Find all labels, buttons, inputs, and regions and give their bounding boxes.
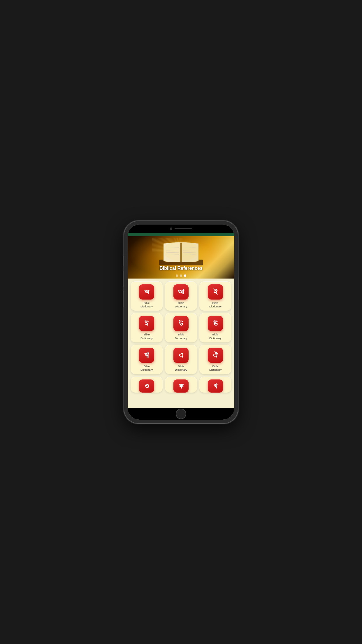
home-indicator (128, 408, 234, 420)
item-label-7: BibleDictionary (140, 365, 153, 372)
item-label-1: BibleDictionary (140, 301, 153, 309)
letter-icon-e: এ (173, 348, 189, 363)
banner-title: Biblical References (155, 263, 207, 273)
letter-icon-kh: খ (208, 379, 223, 393)
app-screen: Biblical References অ BibleDictionary আ (128, 225, 234, 420)
list-item[interactable]: খ (199, 377, 231, 393)
letter-icon-ii: ঈ (139, 316, 154, 331)
carousel-dot-2[interactable] (180, 274, 182, 277)
camera-icon (170, 228, 172, 230)
list-item[interactable]: ঐ BibleDictionary (199, 345, 231, 374)
list-item[interactable]: ও (131, 377, 163, 393)
list-item[interactable]: অ BibleDictionary (131, 281, 163, 311)
carousel-dots (176, 274, 186, 277)
dictionary-grid: অ BibleDictionary আ BibleDictionary ই Bi… (128, 279, 234, 408)
list-item[interactable]: আ BibleDictionary (165, 281, 197, 311)
item-label-9: BibleDictionary (209, 365, 222, 372)
letter-icon-o: ও (139, 379, 154, 393)
volume-down-button (123, 291, 124, 307)
bible-book-icon (156, 239, 206, 265)
list-item[interactable]: ঊ BibleDictionary (199, 313, 231, 342)
phone-frame: Biblical References অ BibleDictionary আ (124, 221, 238, 423)
volume-up-button (123, 271, 124, 287)
list-item[interactable]: ক (165, 377, 197, 393)
app-header-bar (128, 233, 234, 236)
letter-icon-uu: ঊ (208, 316, 223, 331)
camera-area (170, 228, 192, 230)
letter-icon-aa: আ (173, 284, 189, 300)
list-item[interactable]: ঋ BibleDictionary (131, 345, 163, 374)
item-label-5: BibleDictionary (175, 333, 187, 340)
power-button (238, 276, 239, 300)
item-label-6: BibleDictionary (209, 333, 222, 340)
letter-icon-u: উ (173, 316, 189, 331)
list-item[interactable]: উ BibleDictionary (165, 313, 197, 342)
item-label-4: BibleDictionary (140, 333, 153, 340)
letter-grid: অ BibleDictionary আ BibleDictionary ই Bi… (131, 281, 231, 374)
item-label-8: BibleDictionary (175, 365, 187, 372)
carousel-dot-1[interactable] (176, 274, 178, 277)
letter-icon-k: ক (173, 379, 189, 393)
speaker-icon (175, 228, 192, 229)
list-item[interactable]: ঈ BibleDictionary (131, 313, 163, 342)
status-bar (128, 225, 234, 233)
list-item[interactable]: ই BibleDictionary (199, 281, 231, 311)
item-label-2: BibleDictionary (175, 301, 187, 309)
carousel-dot-3[interactable] (184, 274, 186, 277)
banner-carousel[interactable]: Biblical References (128, 236, 234, 279)
phone-screen: Biblical References অ BibleDictionary আ (128, 225, 234, 420)
letter-icon-ri: ঋ (139, 348, 154, 363)
letter-icon-a: অ (139, 284, 154, 300)
svg-point-10 (164, 241, 198, 261)
letter-icon-i: ই (208, 284, 223, 300)
volume-silent-button (123, 256, 124, 266)
letter-icon-oi: ঐ (208, 348, 223, 363)
home-button[interactable] (176, 409, 186, 419)
item-label-3: BibleDictionary (209, 301, 222, 309)
partial-row: ও ক খ (131, 377, 231, 393)
list-item[interactable]: এ BibleDictionary (165, 345, 197, 374)
